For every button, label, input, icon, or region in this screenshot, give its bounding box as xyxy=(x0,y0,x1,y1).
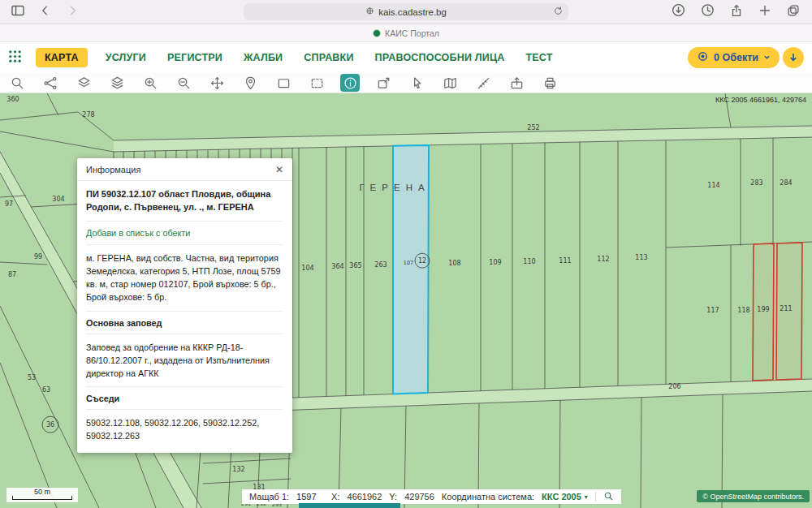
parcel-label: 63 xyxy=(42,386,50,394)
neighbors-section-header: Съседи xyxy=(86,387,283,410)
nav-item-pravosposobni-litsa[interactable]: ПРАВОСПОСОБНИ ЛИЦА xyxy=(375,52,505,63)
info-panel-title: Информация xyxy=(86,165,140,174)
pan-icon[interactable] xyxy=(207,74,227,92)
parcel-label: 263 xyxy=(374,261,387,269)
parcel-label: 364 xyxy=(331,263,343,270)
parcel-label: 110 xyxy=(523,258,535,265)
measure-icon[interactable] xyxy=(473,74,493,92)
print-icon[interactable] xyxy=(540,74,559,92)
nav-item-karta[interactable]: КАРТА xyxy=(36,48,88,67)
parcel-label: 107 xyxy=(404,260,413,266)
topology-icon[interactable] xyxy=(41,74,60,92)
partial-panel xyxy=(299,503,400,508)
select-rect-dashed-icon[interactable] xyxy=(307,74,326,92)
chevron-down-icon xyxy=(763,52,771,63)
crs-label: Координатна система: xyxy=(442,492,534,502)
parcel-label: 206 xyxy=(668,383,680,390)
scale-bar: 50 m xyxy=(6,488,78,502)
search-icon[interactable] xyxy=(7,74,27,92)
tab-title: КАИС Портал xyxy=(385,28,439,38)
site-icon xyxy=(365,6,374,17)
parcel-label: 284 xyxy=(780,179,792,187)
nav-item-uslugi[interactable]: УСЛУГИ xyxy=(106,52,146,63)
parcel-title: ПИ 59032.12.107 област Пловдив, община Р… xyxy=(86,188,283,222)
downloads-icon[interactable] xyxy=(671,2,686,21)
parcel-label: 211 xyxy=(780,305,792,312)
select-rect-icon[interactable] xyxy=(274,74,293,92)
browser-window: kais.cadastre.bg КАИС Портал КАРТА УСЛУГ… xyxy=(0,0,812,508)
x-value: 4661962 xyxy=(348,492,382,502)
osm-attribution: © OpenStreetMap contributors. xyxy=(697,490,810,502)
order-text: Заповед за одобрение на КККР РД-18-86/10… xyxy=(86,334,283,388)
info-panel: Информация ✕ ПИ 59032.12.107 област Плов… xyxy=(77,158,292,453)
site-favicon xyxy=(373,29,381,37)
export-icon[interactable] xyxy=(507,74,526,92)
parcel-label: 12 xyxy=(418,257,426,265)
parcel-label: 87 xyxy=(8,271,16,278)
scale-input[interactable] xyxy=(296,491,324,502)
share-icon[interactable] xyxy=(729,3,744,21)
parcel-label: 283 xyxy=(750,179,762,187)
zoom-in-icon[interactable] xyxy=(140,74,160,92)
map-crs-overlay: ККС 2005 4661961, 429764 xyxy=(715,96,806,104)
reload-icon[interactable] xyxy=(553,6,564,18)
nav-item-spravki[interactable]: СПРАВКИ xyxy=(304,52,353,63)
map-sheets-icon[interactable] xyxy=(440,74,460,92)
close-icon[interactable]: ✕ xyxy=(275,165,283,174)
objects-target-icon xyxy=(697,50,709,65)
parcel-label: 278 xyxy=(82,111,94,118)
region-label: ГЕРЕНА xyxy=(359,183,430,192)
y-value: 429756 xyxy=(404,492,434,502)
locate-icon[interactable] xyxy=(240,74,260,92)
sidebar-icon[interactable] xyxy=(10,2,26,22)
parcel-label: 111 xyxy=(559,257,571,265)
map-statusbar: Мащаб 1: X: 4661962 Y: 429756 Координатн… xyxy=(242,489,621,504)
parcel-label: 108 xyxy=(448,260,460,267)
parcel-label: 365 xyxy=(349,262,361,269)
neighbors-list: 59032.12.108, 59032.12.206, 59032.12.252… xyxy=(86,410,283,444)
y-label: Y: xyxy=(389,492,397,502)
identify-icon[interactable] xyxy=(340,74,360,92)
crs-dropdown[interactable]: ККС 2005 ▾ xyxy=(542,492,588,502)
address-bar[interactable]: kais.cadastre.bg xyxy=(244,3,568,20)
scale-label: Мащаб 1: xyxy=(249,492,289,502)
objects-download-button[interactable] xyxy=(783,47,804,68)
add-to-objects-link[interactable]: Добави в списък с обекти xyxy=(86,222,283,245)
zoom-out-icon[interactable] xyxy=(174,74,193,92)
layers-icon[interactable] xyxy=(74,74,93,92)
url-text: kais.cadastre.bg xyxy=(378,7,447,17)
objects-button[interactable]: 0 Обекти xyxy=(688,47,780,68)
parcel-label: 53 xyxy=(28,374,36,381)
new-tab-icon[interactable] xyxy=(758,3,772,21)
parcel-label: 104 xyxy=(301,265,313,272)
layers-all-icon[interactable] xyxy=(107,74,127,92)
statusbar-divider xyxy=(595,492,596,502)
browser-toolbar: kais.cadastre.bg xyxy=(0,0,812,24)
pointer-icon[interactable] xyxy=(407,74,426,92)
history-icon[interactable] xyxy=(700,2,715,21)
tab-overview-icon[interactable] xyxy=(786,3,801,21)
nav-item-test[interactable]: ТЕСТ xyxy=(525,52,552,63)
parcel-label: 304 xyxy=(52,196,64,203)
attribution-text: © OpenStreetMap contributors. xyxy=(702,493,804,501)
forward-icon[interactable] xyxy=(65,3,80,21)
map-toolbar xyxy=(0,73,812,93)
nav-item-registri[interactable]: РЕГИСТРИ xyxy=(167,52,222,63)
parcel-label: 99 xyxy=(34,253,42,260)
parcel-label: 109 xyxy=(489,259,501,266)
select-area-icon[interactable] xyxy=(374,74,393,92)
scale-bar-ruler xyxy=(12,496,72,500)
active-tab[interactable]: КАИС Портал xyxy=(0,24,812,42)
objects-count-label: 0 Обекти xyxy=(714,52,758,63)
statusbar-search-icon[interactable] xyxy=(603,491,614,503)
parcel-label: 97 xyxy=(5,200,13,208)
parcel-details: м. ГЕРЕНА, вид собств. Частна, вид терит… xyxy=(86,245,283,312)
parcel-label: 113 xyxy=(635,254,647,261)
apps-grid-icon[interactable] xyxy=(8,50,22,67)
portal-navbar: КАРТА УСЛУГИ РЕГИСТРИ ЖАЛБИ СПРАВКИ ПРАВ… xyxy=(0,42,812,73)
parcel-label: 36 xyxy=(46,421,54,428)
nav-item-zhalbi[interactable]: ЖАЛБИ xyxy=(244,52,283,63)
order-section-header: Основна заповед xyxy=(86,312,283,334)
back-icon[interactable] xyxy=(38,3,53,21)
parcel-label: 114 xyxy=(707,182,719,189)
